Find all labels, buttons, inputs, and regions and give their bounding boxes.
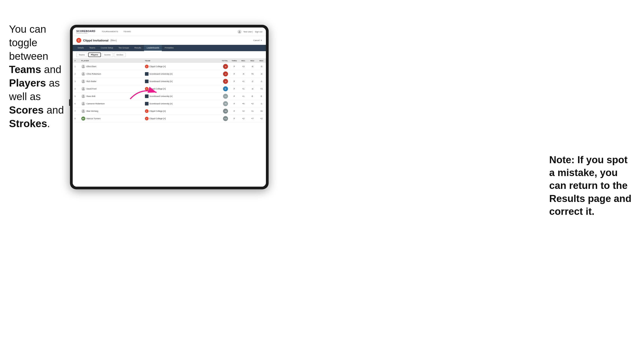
player-avatar <box>81 102 85 106</box>
nav-links: TOURNAMENTS TEAMS <box>99 27 238 36</box>
cell-rd2: -6 <box>248 63 257 70</box>
nav-tournaments[interactable]: TOURNAMENTS <box>99 27 121 36</box>
tournament-header: C Clippd Invitational (Men) Cancel ✕ <box>73 36 266 45</box>
cell-total: -2 <box>216 78 230 85</box>
nav-teams[interactable]: TEAMS <box>121 27 134 36</box>
cell-rd3: +6 <box>257 108 266 115</box>
toggle-strokes[interactable]: Strokes <box>114 52 126 57</box>
tablet-device: SCOREBOARD Powered by clippd TOURNAMENTS… <box>70 25 268 189</box>
cell-total: -8 <box>216 63 230 70</box>
cell-thru: F <box>230 85 239 93</box>
tab-teams[interactable]: Teams <box>87 45 98 51</box>
cell-thru: F <box>230 70 239 78</box>
cell-thru: F <box>230 93 239 100</box>
cell-rd1: +2 <box>239 108 248 115</box>
score-badge: E <box>223 86 228 91</box>
cell-rd2: -4 <box>248 85 257 93</box>
player-avatar <box>81 94 85 98</box>
cancel-button[interactable]: Cancel ✕ <box>253 39 262 41</box>
tab-course-setup[interactable]: Course Setup <box>98 45 116 51</box>
table-row: 4 David Ford C Clippd College [A] E F +1… <box>73 85 266 93</box>
cell-team: C Clippd College [A] <box>143 115 216 122</box>
table-row: 6 Cameron Robertson Scoreboard Universit… <box>73 100 266 108</box>
cell-player: Elliot Ebert <box>80 63 143 70</box>
cell-rd1: -5 <box>239 70 248 78</box>
cell-rd1: +1 <box>239 85 248 93</box>
cell-thru: F <box>230 108 239 115</box>
score-badge: -2 <box>223 79 228 84</box>
col-rd3: RD3 <box>257 59 266 63</box>
cell-rd2: -2 <box>248 78 257 85</box>
toggle-teams[interactable]: Teams <box>76 52 87 57</box>
tournament-gender: (Men) <box>110 39 117 42</box>
toggle-scores[interactable]: Scores <box>102 52 113 57</box>
cell-total: -4 <box>216 70 230 78</box>
cell-rd1: +2 <box>239 115 248 122</box>
cell-team: C Clippd College [A] <box>143 85 216 93</box>
tab-tee-groups[interactable]: Tee Groups <box>116 45 132 51</box>
cell-total: E <box>216 85 230 93</box>
cell-rd2: +5 <box>248 70 257 78</box>
col-team: TEAM <box>143 59 216 63</box>
tab-details[interactable]: Details <box>75 45 87 51</box>
tab-leaderboards[interactable]: Leaderboards <box>144 45 162 51</box>
col-total: TOTAL <box>216 59 230 63</box>
app-logo: SCOREBOARD Powered by clippd <box>76 30 95 34</box>
tournament-name: Clippd Invitational <box>83 39 108 42</box>
cell-thru: F <box>230 63 239 70</box>
cell-team: Scoreboard University [A] <box>143 78 216 85</box>
cell-pos: 1 <box>73 63 80 70</box>
col-pos: # <box>73 59 80 63</box>
top-nav: SCOREBOARD Powered by clippd TOURNAMENTS… <box>73 27 266 36</box>
nav-signout[interactable]: Sign out <box>255 31 262 33</box>
cell-player: David Ford <box>80 85 143 93</box>
score-badge: +1 <box>223 94 228 99</box>
player-avatar <box>81 87 85 91</box>
team-logo <box>145 102 148 106</box>
score-badge: -4 <box>223 71 228 76</box>
cell-team: C Clippd College [A] <box>143 63 216 70</box>
cell-pos: 2 <box>73 70 80 78</box>
table-header-row: # PLAYER TEAM TOTAL THRU RD1 RD2 RD3 <box>73 59 266 63</box>
cell-rd2: E <box>248 93 257 100</box>
cell-rd3: -1 <box>257 100 266 108</box>
cell-rd2: +7 <box>248 115 257 122</box>
left-annotation: You can toggle between Teams and Players… <box>9 22 72 130</box>
team-logo <box>145 94 148 98</box>
cell-rd1: +5 <box>239 100 248 108</box>
nav-user: Test User | <box>243 31 253 33</box>
toggle-players[interactable]: Players <box>88 52 101 57</box>
cell-rd3: E <box>257 93 266 100</box>
col-rd1: RD1 <box>239 59 248 63</box>
user-icon <box>238 30 242 34</box>
player-avatar <box>81 109 85 113</box>
team-logo: C <box>145 117 148 120</box>
toggle-row: Teams Players Scores Strokes <box>73 51 266 59</box>
cell-rd1: +1 <box>239 93 248 100</box>
team-logo: C <box>145 65 148 68</box>
tab-printables[interactable]: Printables <box>162 45 176 51</box>
cell-pos: 7 <box>73 108 80 115</box>
tournament-title-row: C Clippd Invitational (Men) <box>76 38 117 43</box>
cell-player: Chris Robertson <box>80 70 143 78</box>
cell-team: Scoreboard University [A] <box>143 70 216 78</box>
sub-nav-tabs: Details Teams Course Setup Tee Groups Re… <box>73 45 266 51</box>
cell-rd3: -1 <box>257 78 266 85</box>
cell-total: +6 <box>216 100 230 108</box>
table-row: 3 Rich Butler Scoreboard University [A] … <box>73 78 266 85</box>
cell-team: Scoreboard University [A] <box>143 93 216 100</box>
score-badge: -8 <box>223 64 228 69</box>
tab-results[interactable]: Results <box>132 45 144 51</box>
team-logo <box>145 72 148 76</box>
cell-rd3: -4 <box>257 70 266 78</box>
score-badge: +11 <box>223 116 228 121</box>
cell-rd1: +3 <box>239 63 248 70</box>
cell-pos: 8 <box>73 115 80 122</box>
cell-pos: 3 <box>73 78 80 85</box>
nav-right: Test User | Sign out <box>238 30 262 34</box>
cell-thru: F <box>230 100 239 108</box>
cell-player: MT Marcus Turners <box>80 115 143 122</box>
cell-total: +11 <box>216 115 230 122</box>
player-avatar: MT <box>81 117 85 121</box>
logo-text: SCOREBOARD <box>76 30 95 32</box>
